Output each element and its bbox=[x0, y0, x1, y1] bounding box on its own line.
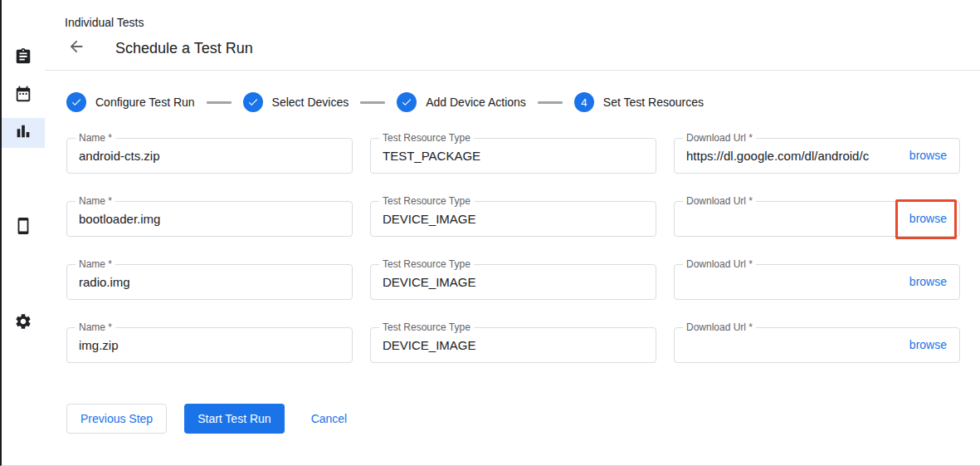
download-url-field[interactable]: Download Url * https://dl.google.com/dl/… bbox=[674, 138, 960, 174]
resource-type-field[interactable]: Test Resource Type DEVICE_IMAGE bbox=[370, 264, 656, 300]
step-select-devices[interactable]: Select Devices bbox=[243, 92, 349, 112]
name-field[interactable]: Name * radio.img bbox=[66, 264, 353, 300]
name-field-label: Name * bbox=[76, 258, 115, 270]
calendar-icon bbox=[14, 85, 32, 106]
step-set-test-resources[interactable]: 4 Set Test Resources bbox=[574, 92, 704, 112]
sidebar-item-settings[interactable] bbox=[2, 308, 45, 338]
name-field-value: bootloader.img bbox=[67, 202, 352, 236]
browse-link[interactable]: browse bbox=[909, 265, 959, 299]
name-field-label: Name * bbox=[76, 132, 115, 144]
step-complete-check-icon bbox=[243, 92, 263, 112]
gear-icon bbox=[14, 312, 32, 334]
name-field-label: Name * bbox=[76, 321, 115, 333]
step-connector bbox=[360, 101, 385, 104]
download-url-field-value bbox=[675, 202, 909, 236]
download-url-field-label: Download Url * bbox=[683, 321, 756, 333]
previous-step-button[interactable]: Previous Step bbox=[66, 404, 167, 434]
bar-chart-icon bbox=[14, 122, 32, 144]
step-complete-check-icon bbox=[397, 92, 417, 112]
download-url-field[interactable]: Download Url * browse bbox=[674, 264, 960, 300]
start-test-run-button[interactable]: Start Test Run bbox=[184, 404, 284, 434]
step-connector bbox=[207, 101, 232, 104]
name-field[interactable]: Name * img.zip bbox=[66, 327, 353, 363]
download-url-field[interactable]: Download Url * browse bbox=[674, 327, 960, 363]
name-field-value: radio.img bbox=[67, 265, 352, 299]
resource-type-field-value: DEVICE_IMAGE bbox=[371, 202, 656, 236]
name-field-value: android-cts.zip bbox=[67, 139, 352, 173]
sidebar-item-monitoring[interactable] bbox=[2, 118, 45, 148]
download-url-field-value: https://dl.google.com/dl/android/c bbox=[675, 139, 909, 173]
browse-link[interactable]: browse bbox=[909, 202, 959, 236]
test-resources-grid: Name * android-cts.zip Test Resource Typ… bbox=[66, 138, 960, 363]
resource-type-field-label: Test Resource Type bbox=[379, 321, 474, 333]
download-url-field-value bbox=[675, 265, 909, 299]
main-content: Individual Tests Schedule a Test Run Con… bbox=[45, 0, 980, 465]
back-button[interactable] bbox=[66, 38, 86, 58]
step-add-device-actions[interactable]: Add Device Actions bbox=[397, 92, 526, 112]
sidebar-item-plans[interactable] bbox=[2, 81, 45, 110]
resource-type-field-label: Test Resource Type bbox=[379, 132, 474, 144]
resource-type-field-value: TEST_PACKAGE bbox=[371, 139, 656, 173]
breadcrumb: Individual Tests bbox=[45, 0, 980, 29]
download-url-field-value bbox=[675, 328, 909, 362]
clipboard-icon bbox=[14, 47, 32, 69]
step-label: Configure Test Run bbox=[95, 96, 195, 109]
name-field[interactable]: Name * bootloader.img bbox=[66, 201, 353, 237]
header-divider bbox=[45, 70, 980, 71]
name-field[interactable]: Name * android-cts.zip bbox=[66, 138, 353, 174]
step-label: Select Devices bbox=[272, 96, 349, 109]
sidebar-item-devices[interactable] bbox=[2, 213, 45, 243]
resource-type-field-label: Test Resource Type bbox=[379, 195, 474, 207]
name-field-label: Name * bbox=[76, 195, 115, 207]
page-title: Schedule a Test Run bbox=[115, 40, 253, 57]
action-bar: Previous Step Start Test Run Cancel bbox=[66, 404, 980, 434]
browse-link[interactable]: browse bbox=[909, 139, 959, 173]
step-label: Add Device Actions bbox=[426, 96, 526, 109]
download-url-field-label: Download Url * bbox=[683, 132, 756, 144]
name-field-value: img.zip bbox=[67, 328, 352, 362]
download-url-field[interactable]: Download Url * browse bbox=[674, 201, 960, 237]
title-row: Schedule a Test Run bbox=[45, 29, 980, 58]
cancel-button[interactable]: Cancel bbox=[298, 404, 361, 434]
resource-type-field[interactable]: Test Resource Type DEVICE_IMAGE bbox=[370, 327, 656, 363]
resource-type-field[interactable]: Test Resource Type TEST_PACKAGE bbox=[370, 138, 656, 174]
stepper: Configure Test Run Select Devices Add De… bbox=[66, 92, 980, 112]
step-complete-check-icon bbox=[66, 92, 86, 112]
step-label: Set Test Resources bbox=[603, 96, 704, 109]
resource-type-field-label: Test Resource Type bbox=[379, 258, 474, 270]
step-number-badge: 4 bbox=[574, 92, 594, 112]
sidebar bbox=[2, 0, 45, 465]
app-window: Individual Tests Schedule a Test Run Con… bbox=[0, 0, 980, 466]
step-configure-test-run[interactable]: Configure Test Run bbox=[66, 92, 195, 112]
smartphone-icon bbox=[14, 217, 32, 238]
arrow-back-icon bbox=[67, 37, 85, 59]
download-url-field-label: Download Url * bbox=[683, 258, 756, 270]
resource-type-field-value: DEVICE_IMAGE bbox=[371, 265, 656, 299]
browse-link[interactable]: browse bbox=[909, 328, 959, 362]
download-url-field-label: Download Url * bbox=[683, 195, 756, 207]
sidebar-item-tests[interactable] bbox=[2, 43, 45, 73]
resource-type-field-value: DEVICE_IMAGE bbox=[371, 328, 656, 362]
resource-type-field[interactable]: Test Resource Type DEVICE_IMAGE bbox=[370, 201, 656, 237]
step-connector bbox=[538, 101, 563, 104]
